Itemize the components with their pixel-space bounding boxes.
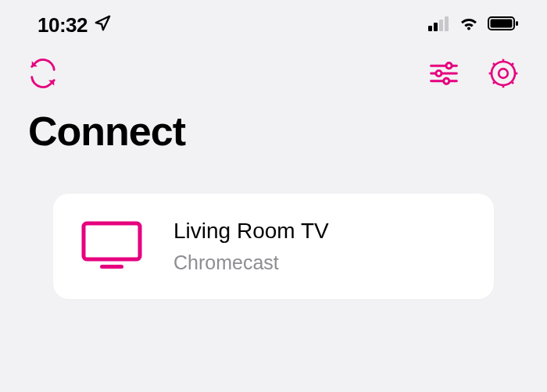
toolbar-right xyxy=(428,58,519,92)
svg-line-20 xyxy=(493,63,495,65)
device-info: Living Room TV Chromecast xyxy=(173,219,329,274)
status-bar-left: 10:32 xyxy=(38,13,111,37)
svg-rect-2 xyxy=(434,23,438,31)
svg-point-15 xyxy=(499,69,508,78)
svg-point-13 xyxy=(444,78,449,84)
status-time: 10:32 xyxy=(38,13,88,37)
device-type: Chromecast xyxy=(173,251,329,274)
svg-rect-4 xyxy=(445,16,449,31)
status-bar: 10:32 xyxy=(0,0,547,42)
tv-icon xyxy=(81,221,142,273)
battery-icon xyxy=(488,16,519,34)
device-card[interactable]: Living Room TV Chromecast xyxy=(53,194,494,299)
svg-rect-24 xyxy=(84,223,140,259)
settings-button[interactable] xyxy=(488,58,519,92)
gear-icon xyxy=(488,58,519,92)
location-icon xyxy=(94,15,111,35)
status-bar-right xyxy=(428,16,519,34)
svg-line-23 xyxy=(512,63,513,65)
svg-point-11 xyxy=(436,70,442,76)
page-title: Connect xyxy=(0,100,547,178)
svg-rect-1 xyxy=(428,26,432,31)
toolbar xyxy=(0,42,547,100)
wifi-icon xyxy=(458,16,480,34)
svg-point-9 xyxy=(446,63,452,69)
refresh-icon xyxy=(28,59,58,91)
svg-rect-6 xyxy=(491,20,513,28)
svg-rect-25 xyxy=(100,265,123,269)
svg-marker-0 xyxy=(96,16,109,30)
filter-button[interactable] xyxy=(428,59,459,91)
cell-signal-icon xyxy=(428,16,450,34)
svg-rect-3 xyxy=(439,20,443,31)
svg-rect-7 xyxy=(516,21,518,26)
sliders-icon xyxy=(428,59,459,91)
svg-point-14 xyxy=(492,62,515,85)
svg-line-22 xyxy=(493,82,495,84)
refresh-button[interactable] xyxy=(28,59,58,91)
device-name: Living Room TV xyxy=(173,219,329,244)
svg-line-21 xyxy=(512,82,513,84)
